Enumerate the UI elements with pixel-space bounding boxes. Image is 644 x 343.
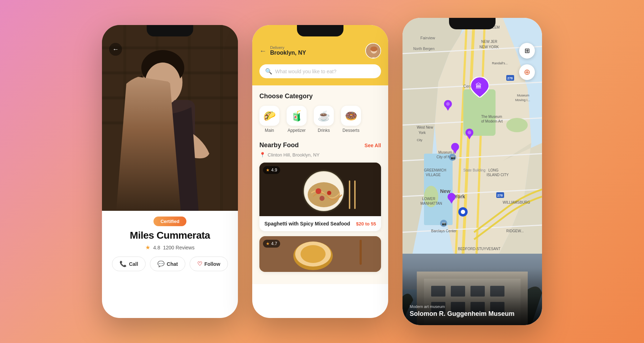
profile-phone: ← — [102, 25, 238, 318]
appetizer-emoji: 🧃 — [287, 106, 307, 126]
map-pin-3[interactable] — [451, 143, 459, 155]
svg-text:GREENWICH: GREENWICH — [424, 168, 446, 172]
svg-text:LONG: LONG — [488, 168, 499, 172]
svg-point-12 — [145, 63, 181, 105]
heart-icon: ♡ — [197, 260, 202, 267]
star-icon-card1: ★ — [266, 168, 270, 173]
nearby-location-text: Clinton Hill, Brooklyn, NY — [268, 152, 319, 158]
svg-text:of Modern Art: of Modern Art — [481, 119, 503, 123]
map-bottom-card[interactable]: Modern art museum Solomon R. Guggenheim … — [402, 254, 542, 325]
food-card-2[interactable]: ★ 4.7 — [259, 236, 381, 272]
back-arrow-icon: ← — [112, 46, 119, 53]
call-button[interactable]: 📞 Call — [112, 257, 146, 271]
svg-point-19 — [308, 182, 340, 207]
svg-rect-24 — [354, 180, 356, 209]
museum-title: Solomon R. Guggenheim Museum — [410, 310, 514, 318]
svg-marker-94 — [467, 135, 472, 139]
svg-point-95 — [468, 131, 471, 134]
location-pin-icon: 📍 — [259, 152, 265, 158]
map-pin-2[interactable] — [465, 129, 474, 141]
food-card-1[interactable]: ★ 4.9 Spaghetti with Spicy Mixed Seafood… — [259, 163, 381, 231]
chat-button[interactable]: 💬 Chat — [150, 257, 185, 271]
search-icon: 🔍 — [265, 68, 272, 75]
svg-rect-104 — [402, 254, 542, 289]
profile-hero-image — [102, 25, 238, 211]
chat-label: Chat — [167, 261, 178, 267]
main-emoji: 🌮 — [259, 106, 279, 126]
svg-rect-23 — [349, 180, 350, 209]
svg-text:BEDFORD-STUYVESANT: BEDFORD-STUYVESANT — [458, 247, 501, 251]
nearby-title: Nearby Food — [259, 141, 299, 149]
svg-text:ISLAND CITY: ISLAND CITY — [487, 173, 509, 177]
svg-text:NEW YORK: NEW YORK — [479, 45, 499, 49]
delivery-label: Delivery — [270, 45, 365, 50]
museum-marker[interactable]: 🏛 — [470, 77, 489, 99]
category-appetizer[interactable]: 🧃 Appetizer — [287, 106, 307, 133]
category-drinks[interactable]: ☕ Drinks — [314, 106, 334, 133]
svg-text:West New: West New — [417, 125, 433, 129]
back-button[interactable]: ← — [109, 43, 122, 56]
svg-rect-1 — [102, 46, 238, 49]
drinks-emoji: ☕ — [314, 106, 334, 126]
map-pin-1[interactable] — [444, 100, 452, 112]
food-back-button[interactable]: ← — [259, 47, 267, 55]
rating-value-2: 4.7 — [271, 241, 277, 246]
food-price-1: $20 to 55 — [356, 221, 376, 227]
hero-photo-svg — [102, 25, 238, 211]
main-label: Main — [265, 128, 274, 133]
svg-point-101 — [461, 210, 465, 214]
compass-button[interactable]: ⊕ — [519, 64, 535, 80]
map-container: Fairview North Bergen NEW JER NEW YORK H… — [402, 18, 542, 325]
category-desserts[interactable]: 🍩 Desserts — [341, 106, 361, 133]
svg-text:York: York — [419, 131, 426, 135]
nearby-header: Nearby Food See All — [259, 141, 381, 149]
svg-marker-91 — [445, 106, 450, 111]
svg-text:City: City — [417, 138, 423, 142]
call-icon: 📞 — [119, 260, 127, 267]
phone-notch-3 — [449, 18, 496, 29]
museum-subtitle: Modern art museum — [410, 304, 514, 309]
food-location: Delivery Brooklyn, NY — [270, 45, 365, 56]
search-placeholder: What would you like to eat? — [275, 69, 336, 74]
map-pin-4[interactable] — [447, 193, 456, 205]
svg-text:NEW JER: NEW JER — [481, 40, 497, 44]
layers-button[interactable]: ⊞ — [519, 43, 535, 59]
food-body: Choose Category 🌮 Main 🧃 Appetizer ☕ Dri… — [252, 85, 388, 284]
svg-text:North Bergen: North Bergen — [413, 47, 434, 51]
phone-notch — [147, 25, 193, 36]
svg-rect-107 — [431, 286, 445, 297]
svg-rect-4 — [102, 121, 238, 124]
svg-text:Barclays Center: Barclays Center — [431, 229, 457, 233]
svg-point-92 — [446, 102, 450, 106]
food-card-1-rating: ★ 4.9 — [263, 166, 280, 174]
svg-text:WILLIAMSBURG: WILLIAMSBURG — [503, 200, 530, 204]
svg-text:Moving I...: Moving I... — [515, 98, 530, 102]
food-delivery-phone: ← Delivery Brooklyn, NY 🔍 What would you — [252, 25, 388, 318]
svg-rect-3 — [102, 96, 238, 99]
svg-text:🏛: 🏛 — [475, 82, 482, 90]
follow-button[interactable]: ♡ Follow — [190, 257, 228, 271]
food-search-bar[interactable]: 🔍 What would you like to eat? — [259, 64, 381, 78]
category-main[interactable]: 🌮 Main — [259, 106, 279, 133]
svg-text:York: York — [454, 194, 465, 199]
svg-text:Museum: Museum — [517, 94, 530, 97]
svg-rect-5 — [123, 25, 126, 211]
svg-point-28 — [301, 245, 326, 263]
user-avatar[interactable] — [365, 43, 381, 59]
food-card-2-rating: ★ 4.7 — [263, 240, 280, 248]
map-pin-5[interactable] — [458, 207, 468, 221]
svg-text:Randall's...: Randall's... — [492, 61, 508, 65]
svg-point-15 — [370, 46, 377, 51]
svg-text:Fairview: Fairview — [420, 36, 435, 40]
svg-marker-97 — [453, 149, 458, 154]
desserts-label: Desserts — [342, 128, 359, 133]
location-city: Brooklyn, NY — [270, 50, 365, 56]
svg-text:📷: 📷 — [451, 155, 455, 160]
museum-photo: Modern art museum Solomon R. Guggenheim … — [402, 254, 542, 325]
food-name-1: Spaghetti with Spicy Mixed Seafood — [264, 220, 350, 227]
rating-value-1: 4.9 — [271, 168, 277, 173]
see-all-button[interactable]: See All — [365, 143, 381, 148]
svg-point-20 — [316, 188, 321, 194]
compass-icon: ⊕ — [524, 68, 530, 77]
svg-text:MANHATTAN: MANHATTAN — [420, 202, 442, 205]
